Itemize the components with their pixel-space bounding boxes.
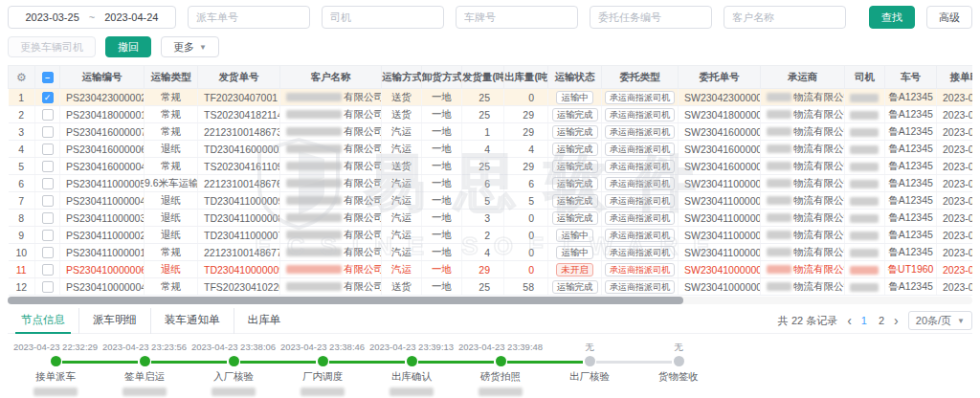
row-checkbox-cell[interactable] — [35, 106, 60, 123]
task-no-input[interactable] — [590, 6, 712, 29]
row-checkbox-cell[interactable] — [35, 175, 60, 192]
customer-name-redacted — [286, 93, 342, 101]
page-number[interactable]: 1 — [861, 315, 867, 326]
timeline-connector — [151, 361, 227, 364]
plate-no-input[interactable] — [456, 6, 578, 29]
transport-status: 运输完成 — [548, 141, 602, 158]
tab-outbound-order[interactable]: 出库单 — [234, 308, 295, 334]
row-checkbox[interactable] — [42, 281, 54, 293]
table-row[interactable]: 5PS230416000004常规TS202304161109有限公司送货一地2… — [9, 158, 973, 175]
unload-mode: 一地 — [422, 244, 462, 261]
prev-page-icon[interactable]: ‹ — [847, 314, 852, 327]
table-row[interactable]: 11PS230410000006退纸TD230410000009有限公司汽运一地… — [9, 261, 973, 278]
gear-icon[interactable]: ⚙ — [16, 71, 27, 84]
customer-name: 有限公司 — [280, 261, 382, 278]
row-checkbox-cell[interactable] — [35, 227, 60, 244]
row-checkbox-cell[interactable] — [35, 158, 60, 175]
row-checkbox-cell[interactable] — [35, 123, 60, 141]
page-number[interactable]: 2 — [879, 315, 884, 326]
unload-mode: 一地 — [422, 106, 462, 123]
status-badge: 运输完成 — [552, 143, 598, 156]
select-all-header[interactable]: – — [35, 66, 60, 89]
table-row[interactable]: 3PS230416000007常规22123100148673有限公司汽运一地1… — [9, 123, 973, 141]
consign-type-badge: 承运商指派司机 — [605, 246, 675, 259]
row-checkbox[interactable] — [42, 264, 54, 276]
transport-type: 常规 — [145, 106, 198, 123]
consign-type: 承运商指派司机 — [602, 175, 679, 192]
page-size-select[interactable]: 20条/页 ▼ — [908, 311, 972, 330]
customer-name: 有限公司 — [280, 278, 382, 296]
row-checkbox[interactable] — [42, 195, 54, 207]
row-checkbox[interactable] — [42, 126, 54, 138]
consign-no: SW230411000006 — [679, 175, 761, 192]
column-settings-header[interactable]: ⚙ — [9, 66, 35, 89]
row-checkbox-cell[interactable] — [35, 261, 60, 278]
unload-mode: 一地 — [422, 261, 462, 278]
carrier-name-suffix: 物流有限公司 — [793, 125, 845, 137]
consign-no: SW230423000003 — [679, 89, 761, 106]
receive-time: 2023-04-1 — [937, 261, 973, 278]
row-checkbox-cell[interactable]: ✓ — [35, 89, 60, 106]
row-checkbox[interactable] — [42, 247, 54, 258]
driver-name — [845, 210, 885, 227]
transport-mode: 汽运 — [382, 192, 422, 210]
row-checkbox[interactable] — [42, 161, 54, 172]
dispatch-no-input[interactable] — [188, 6, 310, 29]
row-checkbox-cell[interactable] — [35, 244, 60, 261]
customer-name-redacted — [286, 248, 342, 256]
column-header: 接单时间 — [937, 66, 973, 89]
change-vehicle-driver-button[interactable]: 更换车辆司机 — [8, 36, 96, 57]
row-checkbox-cell[interactable] — [35, 192, 60, 210]
plate-no: 鲁A12345 — [885, 158, 937, 175]
date-range-picker[interactable]: 2023-03-25 ~ 2023-04-24 — [8, 6, 176, 29]
customer-name-input[interactable] — [724, 6, 846, 29]
row-checkbox[interactable] — [42, 230, 54, 241]
advanced-button[interactable]: 高级 — [926, 6, 972, 29]
driver-input[interactable] — [322, 6, 444, 29]
table-row[interactable]: 12PS230410000004常规TFS202304102203有限公司送货一… — [9, 278, 973, 296]
table-row[interactable]: 7PS230411000004退纸TD230411000009有限公司汽运一地5… — [9, 192, 973, 210]
search-button[interactable]: 查找 — [869, 6, 915, 29]
row-checkbox-cell[interactable] — [35, 210, 60, 227]
table-row[interactable]: 6PS2304110000059.6米车运输22123100148676有限公司… — [9, 175, 973, 192]
ship-qty: 5 — [462, 192, 504, 210]
table-row[interactable]: 10PS230411000001常规22123100148677有限公司汽运一地… — [9, 244, 973, 261]
withdraw-button[interactable]: 撤回 — [105, 36, 151, 57]
row-checkbox[interactable] — [42, 178, 54, 189]
row-checkbox[interactable] — [42, 144, 54, 155]
next-page-icon[interactable]: › — [894, 314, 899, 327]
plate-no: 鲁A12345 — [885, 89, 937, 106]
transport-no: PS230411000005 — [60, 175, 145, 192]
plate-no: 鲁A12345 — [885, 175, 937, 192]
table-row[interactable]: 2PS230418000001常规TS202304182114有限公司送货一地2… — [9, 106, 973, 123]
consign-type: 承运商指派司机 — [602, 158, 679, 175]
tab-loading-notice[interactable]: 装车通知单 — [151, 308, 234, 334]
tab-node-info[interactable]: 节点信息 — [8, 308, 79, 334]
row-checkbox[interactable] — [42, 212, 54, 224]
table-row[interactable]: 8PS230411000003退纸TD230411000008有限公司汽运一地3… — [9, 210, 973, 227]
table-row[interactable]: 1✓PS230423000002常规TF20230407001有限公司送货一地2… — [9, 89, 973, 106]
row-checkbox[interactable] — [42, 109, 54, 121]
ship-qty: 3 — [462, 210, 504, 227]
node-timeline: 2023-04-23 22:32:29接单派车2023-04-23 23:23:… — [8, 342, 972, 398]
customer-name-redacted — [286, 196, 342, 205]
row-index: 3 — [9, 123, 35, 141]
more-dropdown-button[interactable]: 更多 ▼ — [161, 36, 219, 57]
transport-mode: 汽运 — [382, 141, 422, 158]
row-checkbox-cell[interactable] — [35, 141, 60, 158]
unload-mode: 一地 — [422, 210, 462, 227]
row-checkbox-cell[interactable] — [35, 278, 60, 296]
table-row[interactable]: 9PS230411000002退纸TD230411000007有限公司汽运一地2… — [9, 227, 973, 244]
plate-no: 鲁A12345 — [885, 244, 937, 261]
select-all-checkbox[interactable]: – — [42, 72, 54, 83]
horizontal-scrollbar-thumb[interactable] — [8, 297, 683, 304]
table-row[interactable]: 4PS230416000006退纸TD230416000002有限公司汽运一地4… — [9, 141, 973, 158]
horizontal-scrollbar[interactable] — [8, 297, 972, 304]
transport-status: 运输中 — [548, 244, 602, 261]
timeline-step-operator-redacted — [212, 387, 256, 396]
unload-mode: 一地 — [422, 227, 462, 244]
tab-dispatch-detail[interactable]: 派车明细 — [79, 308, 151, 334]
status-badge: 运输完成 — [552, 160, 598, 173]
row-checkbox[interactable]: ✓ — [42, 92, 54, 103]
driver-name-redacted — [850, 232, 879, 240]
